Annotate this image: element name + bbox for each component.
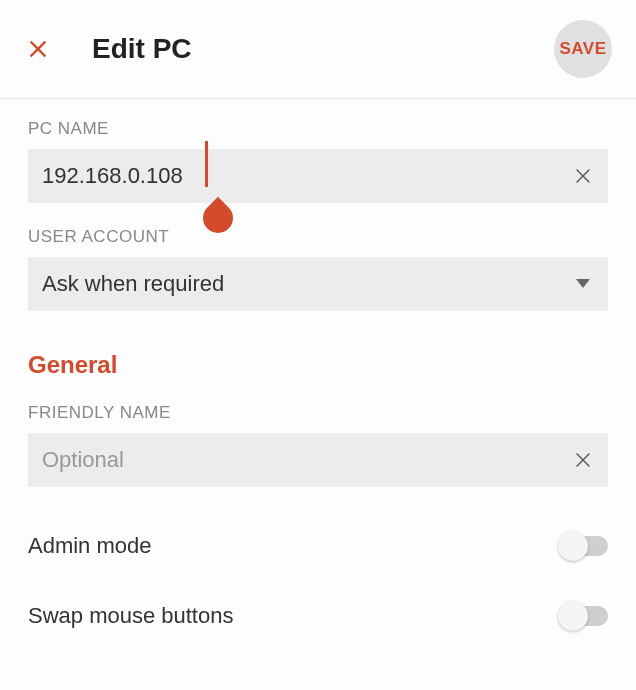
friendly-name-input[interactable] — [42, 447, 572, 473]
admin-mode-toggle[interactable] — [560, 536, 608, 556]
general-section-title: General — [28, 351, 608, 379]
pc-name-input[interactable] — [42, 163, 572, 189]
close-icon[interactable] — [24, 35, 52, 63]
text-cursor — [205, 141, 208, 187]
swap-mouse-row: Swap mouse buttons — [28, 581, 608, 651]
user-account-dropdown[interactable]: Ask when required — [28, 257, 608, 311]
pc-name-label: PC NAME — [28, 119, 608, 139]
admin-mode-row: Admin mode — [28, 511, 608, 581]
user-account-label: USER ACCOUNT — [28, 227, 608, 247]
swap-mouse-toggle[interactable] — [560, 606, 608, 626]
clear-icon[interactable] — [572, 165, 594, 187]
save-button[interactable]: SAVE — [554, 20, 612, 78]
swap-mouse-label: Swap mouse buttons — [28, 603, 560, 629]
admin-mode-label: Admin mode — [28, 533, 560, 559]
page-title: Edit PC — [92, 33, 554, 65]
user-account-value: Ask when required — [42, 271, 576, 297]
header-bar: Edit PC SAVE — [0, 0, 636, 99]
friendly-name-field[interactable] — [28, 433, 608, 487]
chevron-down-icon — [576, 275, 590, 293]
toggle-knob — [558, 601, 588, 631]
pc-name-field[interactable] — [28, 149, 608, 203]
svg-marker-4 — [576, 279, 590, 288]
clear-icon[interactable] — [572, 449, 594, 471]
content-area: PC NAME USER ACCOUNT Ask when required G… — [0, 99, 636, 651]
toggle-knob — [558, 531, 588, 561]
friendly-name-label: FRIENDLY NAME — [28, 403, 608, 423]
